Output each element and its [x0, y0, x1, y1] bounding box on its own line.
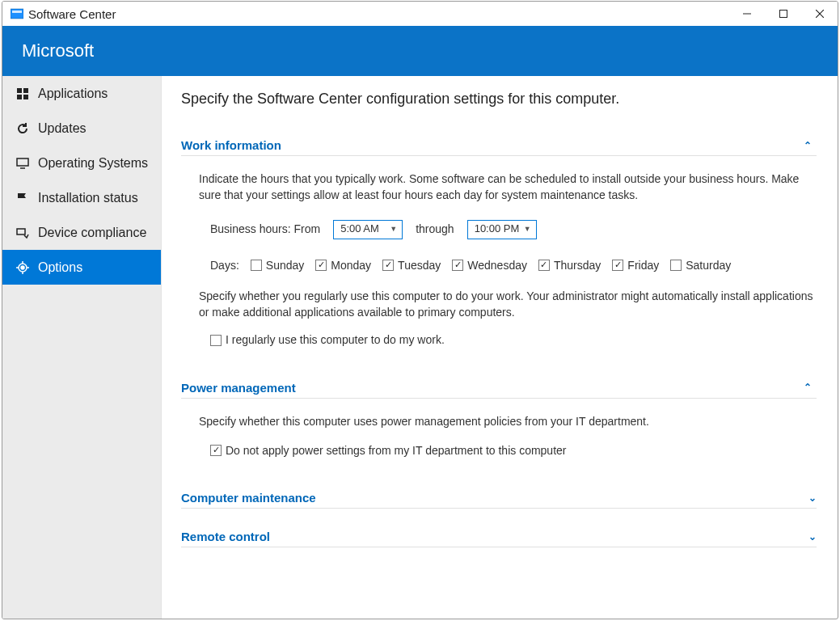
sidebar-item-label: Updates [38, 121, 87, 136]
svg-rect-6 [17, 88, 22, 93]
chevron-up-icon: ⌃ [804, 140, 817, 151]
checkbox-friday[interactable]: ✓ Friday [612, 257, 659, 273]
chevron-down-icon: ⌃ [804, 530, 817, 542]
work-info-description: Indicate the hours that you typically wo… [199, 171, 817, 204]
checkbox-box: ✓ [382, 260, 394, 271]
sidebar-item-device-compliance[interactable]: Device compliance [2, 215, 161, 250]
section-title: Remote control [181, 530, 270, 543]
checkbox-box: ✓ [612, 260, 623, 271]
checkbox-primary-computer[interactable]: I regularly use this computer to do my w… [210, 332, 445, 348]
maximize-button[interactable] [765, 2, 801, 26]
close-button[interactable] [801, 2, 838, 26]
checkbox-label: Wednesday [467, 257, 527, 273]
to-time-select[interactable]: 10:00 PM ▼ [467, 220, 537, 239]
sidebar-item-label: Device compliance [38, 226, 146, 240]
checkbox-tuesday[interactable]: ✓ Tuesday [382, 257, 441, 273]
sidebar-item-updates[interactable]: Updates [2, 111, 161, 146]
svg-rect-10 [17, 158, 28, 166]
checkbox-label: Monday [331, 257, 371, 273]
checkbox-thursday[interactable]: ✓ Thursday [538, 257, 601, 273]
section-header-maintenance[interactable]: Computer maintenance ⌃ [181, 491, 817, 509]
svg-rect-9 [23, 95, 28, 99]
sidebar-item-installation-status[interactable]: Installation status [2, 180, 161, 215]
svg-rect-0 [11, 9, 23, 19]
flag-icon [15, 192, 30, 205]
monitor-icon [15, 157, 30, 170]
app-icon [11, 7, 23, 20]
chevron-down-icon: ⌃ [804, 492, 817, 503]
checkbox-box: ✓ [452, 260, 463, 271]
svg-rect-1 [12, 11, 22, 13]
chevron-down-icon: ▼ [524, 224, 531, 234]
checkbox-label: Do not apply power settings from my IT d… [226, 442, 566, 458]
apps-icon [15, 87, 30, 100]
sidebar-item-label: Installation status [38, 191, 138, 205]
main-panel: Specify the Software Center configuratio… [162, 76, 838, 619]
gear-icon [15, 261, 30, 274]
checkbox-label: Thursday [554, 257, 601, 273]
brand-bar: Microsoft [2, 26, 838, 76]
section-title: Work information [181, 138, 281, 152]
minimize-button[interactable] [728, 2, 765, 26]
checkbox-no-power-policy[interactable]: ✓ Do not apply power settings from my IT… [210, 442, 566, 458]
window-title: Software Center [28, 7, 116, 21]
checkbox-label: I regularly use this computer to do my w… [226, 332, 445, 348]
svg-rect-3 [779, 11, 787, 18]
sidebar-item-options[interactable]: Options [2, 250, 161, 285]
days-row: Days: Sunday ✓ Monday ✓ Tuesday ✓ [199, 257, 817, 273]
from-time-value: 5:00 AM [340, 222, 379, 237]
titlebar: Software Center [2, 2, 838, 26]
content-area: Applications Updates Operating Systems I… [2, 76, 838, 619]
checkbox-sunday[interactable]: Sunday [251, 257, 304, 273]
brand-name: Microsoft [22, 40, 94, 61]
checkbox-box: ✓ [538, 260, 550, 271]
checkbox-box [670, 260, 682, 271]
page-title: Specify the Software Center configuratio… [181, 91, 817, 108]
chevron-down-icon: ▼ [390, 224, 397, 234]
sidebar: Applications Updates Operating Systems I… [2, 76, 162, 619]
sidebar-item-applications[interactable]: Applications [2, 76, 161, 111]
app-window: Software Center Microsoft Applications [2, 1, 838, 619]
checkbox-label: Sunday [266, 257, 304, 273]
business-hours-label: Business hours: From [210, 221, 320, 237]
section-header-remote[interactable]: Remote control ⌃ [181, 530, 817, 547]
section-body-power: Specify whether this computer uses power… [181, 399, 817, 475]
svg-point-14 [21, 266, 24, 269]
sidebar-item-label: Operating Systems [38, 156, 148, 171]
section-header-work-info[interactable]: Work information ⌃ [181, 138, 817, 156]
compliance-icon [15, 226, 30, 239]
checkbox-saturday[interactable]: Saturday [670, 257, 731, 273]
checkbox-wednesday[interactable]: ✓ Wednesday [452, 257, 527, 273]
checkbox-box [251, 260, 262, 271]
primary-computer-description: Specify whether you regularly use this c… [199, 288, 817, 321]
svg-rect-12 [17, 229, 25, 234]
section-title: Computer maintenance [181, 491, 316, 505]
svg-rect-8 [17, 95, 22, 99]
checkbox-label: Saturday [686, 257, 731, 273]
checkbox-box: ✓ [315, 260, 327, 271]
days-label: Days: [210, 257, 239, 273]
to-time-value: 10:00 PM [475, 222, 520, 237]
svg-rect-7 [23, 88, 28, 93]
section-body-work-info: Indicate the hours that you typically wo… [181, 156, 817, 366]
checkbox-label: Tuesday [398, 257, 441, 273]
checkbox-monday[interactable]: ✓ Monday [315, 257, 371, 273]
power-description: Specify whether this computer uses power… [199, 413, 817, 429]
window-controls [728, 2, 838, 26]
checkbox-box [210, 335, 222, 346]
sidebar-item-label: Options [38, 260, 82, 275]
business-hours-row: Business hours: From 5:00 AM ▼ through 1… [199, 220, 817, 239]
refresh-icon [15, 122, 30, 135]
through-label: through [416, 221, 454, 237]
sidebar-item-label: Applications [38, 87, 108, 101]
checkbox-label: Friday [627, 257, 659, 273]
from-time-select[interactable]: 5:00 AM ▼ [333, 220, 403, 239]
sidebar-item-operating-systems[interactable]: Operating Systems [2, 146, 161, 180]
chevron-up-icon: ⌃ [804, 382, 817, 393]
checkbox-box: ✓ [210, 445, 222, 456]
section-header-power[interactable]: Power management ⌃ [181, 381, 817, 399]
section-title: Power management [181, 381, 296, 395]
